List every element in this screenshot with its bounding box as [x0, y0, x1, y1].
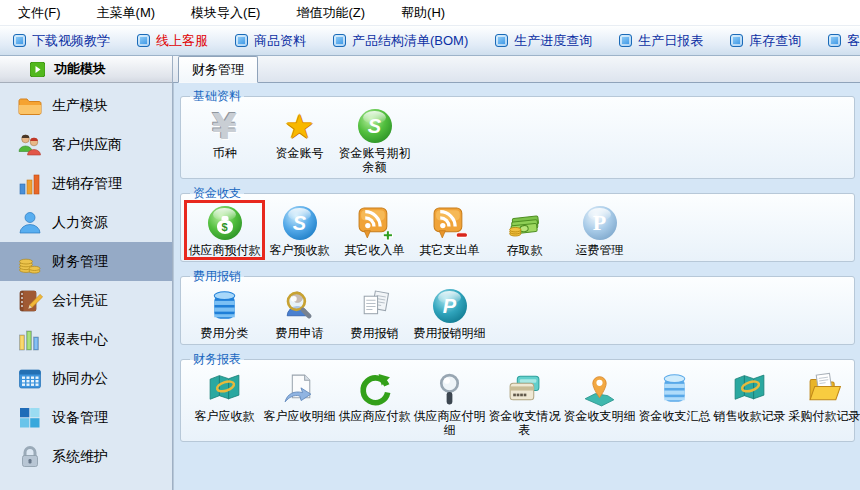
toolbar-customer-receivable[interactable]: 客户应收 [828, 32, 860, 50]
magnifier-icon [430, 370, 470, 408]
feed-plus-icon [355, 204, 395, 242]
launcher-supplier-payables-detail[interactable]: 供应商应付明细 [412, 369, 487, 437]
toolbar-bom[interactable]: 产品结构清单(BOM) [333, 32, 468, 50]
launcher-label: 其它收入单 [337, 243, 412, 257]
launcher-other-income-voucher[interactable]: 其它收入单 [337, 203, 412, 257]
launcher-funds-account-opening-balance[interactable]: 资金账号期初余额 [337, 106, 412, 174]
sidebar-item-customer-supplier[interactable]: 客户供应商 [0, 125, 172, 164]
sidebar-header-label: 功能模块 [54, 60, 106, 78]
toolbar-item-label: 线上客服 [156, 32, 208, 50]
sidebar-item-report-center[interactable]: 报表中心 [0, 320, 172, 359]
people-icon [17, 132, 43, 158]
launcher-funds-account[interactable]: 资金账号 [262, 106, 337, 174]
sidebar-item-equipment-management[interactable]: 设备管理 [0, 398, 172, 437]
menu-help[interactable]: 帮助(H) [401, 4, 445, 22]
content-area: 功能模块 生产模块 客户供应商 进销存管理 人力资源 财务管理 [0, 56, 860, 490]
database-light-icon [655, 370, 695, 408]
money-bag-ball-icon [205, 204, 245, 242]
search-person-icon [280, 287, 320, 325]
menu-file[interactable]: 文件(F) [18, 4, 61, 22]
toolbar-item-label: 库存查询 [749, 32, 801, 50]
group-funds-in-out: 资金收支 供应商预付款 客户预收款 其它收入单 [180, 185, 855, 262]
launcher-label: 客户预收款 [262, 243, 337, 257]
launcher-label: 客户应收款 [187, 409, 262, 423]
group-finance-reports: 财务报表 客户应收款 客户应收明细 [180, 351, 855, 442]
blue-s-ball-icon [280, 204, 320, 242]
launcher-label: 资金收支汇总 [637, 409, 712, 423]
toolbar: 下载视频教学 线上客服 商品资料 产品结构清单(BOM) 生产进度查询 生产日报… [0, 25, 860, 56]
sidebar-item-accounting-voucher[interactable]: 会计凭证 [0, 281, 172, 320]
launcher-expense-reimbursement[interactable]: 费用报销 [337, 286, 412, 340]
toolbar-item-label: 生产日报表 [638, 32, 703, 50]
launcher-deposit-withdrawal[interactable]: 存取款 [487, 203, 562, 257]
launcher-label: 供应商应付款 [337, 409, 412, 423]
sidebar-item-system-maintenance[interactable]: 系统维护 [0, 437, 172, 476]
launcher-label: 费用报销明细 [412, 326, 487, 340]
sidebar-items: 生产模块 客户供应商 进销存管理 人力资源 财务管理 会计凭证 [0, 83, 172, 476]
cards-icon [505, 370, 545, 408]
toolbar-production-daily-report[interactable]: 生产日报表 [619, 32, 703, 50]
launcher-expense-application[interactable]: 费用申请 [262, 286, 337, 340]
sidebar-item-label: 人力资源 [52, 214, 108, 232]
launcher-sales-receipt-record[interactable]: 销售收款记录 [712, 369, 787, 437]
launcher-label: 费用申请 [262, 326, 337, 340]
toolbar-item-label: 产品结构清单(BOM) [352, 32, 468, 50]
launcher-expense-category[interactable]: 费用分类 [187, 286, 262, 340]
sidebar-item-label: 会计凭证 [52, 292, 108, 310]
menu-module-import[interactable]: 模块导入(E) [191, 4, 260, 22]
launcher-supplier-prepayment[interactable]: 供应商预付款 [187, 203, 262, 257]
launcher-customer-receivables-detail[interactable]: 客户应收明细 [262, 369, 337, 437]
main-area: 财务管理 基础资料 币种 资金账号 资金账号期初余额 [173, 56, 860, 490]
report-bars-icon [17, 327, 43, 353]
toolbar-product-info[interactable]: 商品资料 [235, 32, 306, 50]
launcher-expense-reimbursement-detail[interactable]: 费用报销明细 [412, 286, 487, 340]
launcher-other-expense-voucher[interactable]: 其它支出单 [412, 203, 487, 257]
launcher-funds-detail[interactable]: 资金收支明细 [562, 369, 637, 437]
sidebar-item-inventory-management[interactable]: 进销存管理 [0, 164, 172, 203]
launcher-label: 客户应收明细 [262, 409, 337, 423]
menu-main-menu[interactable]: 主菜单(M) [97, 4, 156, 22]
calendar-icon [17, 366, 43, 392]
launcher-purchase-payment-record[interactable]: 采购付款记录 [787, 369, 860, 437]
sidebar-item-label: 财务管理 [52, 253, 108, 271]
launcher-funds-summary[interactable]: 资金收支汇总 [637, 369, 712, 437]
blue-p-ball-icon [580, 204, 620, 242]
launcher-customer-advance-receipt[interactable]: 客户预收款 [262, 203, 337, 257]
launcher-freight-management[interactable]: 运费管理 [562, 203, 637, 257]
folder-doc-icon [805, 370, 845, 408]
blue-check-square-icon [828, 34, 841, 47]
toolbar-download-video-tutorial[interactable]: 下载视频教学 [13, 32, 110, 50]
sidebar-item-label: 协同办公 [52, 370, 108, 388]
launcher-label: 资金收支情况表 [487, 409, 562, 437]
menu-value-added[interactable]: 增值功能(Z) [296, 4, 365, 22]
sidebar-item-finance-management[interactable]: 财务管理 [0, 242, 172, 281]
person-icon [17, 210, 43, 236]
sidebar-item-human-resources[interactable]: 人力资源 [0, 203, 172, 242]
tab-finance-management[interactable]: 财务管理 [178, 56, 258, 83]
launcher-supplier-payables[interactable]: 供应商应付款 [337, 369, 412, 437]
banknotes-icon [505, 204, 545, 242]
launcher-label: 资金账号 [262, 146, 337, 160]
toolbar-production-progress-query[interactable]: 生产进度查询 [495, 32, 592, 50]
sidebar-header-function-modules[interactable]: 功能模块 [0, 56, 172, 83]
sidebar-item-collaborative-office[interactable]: 协同办公 [0, 359, 172, 398]
launcher-label: 销售收款记录 [712, 409, 787, 423]
sidebar-item-production-module[interactable]: 生产模块 [0, 86, 172, 125]
blue-check-square-icon [333, 34, 346, 47]
tab-strip: 财务管理 [173, 56, 860, 83]
blue-check-square-icon [495, 34, 508, 47]
toolbar-inventory-query[interactable]: 库存查询 [730, 32, 801, 50]
database-icon [205, 287, 245, 325]
launcher-label: 供应商应付明细 [412, 409, 487, 437]
launcher-customer-receivables[interactable]: 客户应收款 [187, 369, 262, 437]
launcher-funds-statement[interactable]: 资金收支情况表 [487, 369, 562, 437]
toolbar-online-service[interactable]: 线上客服 [137, 32, 208, 50]
sidebar-item-label: 客户供应商 [52, 136, 122, 154]
group-basic-data: 基础资料 币种 资金账号 资金账号期初余额 [180, 88, 855, 179]
map-icon [205, 370, 245, 408]
teal-p-ball-icon [430, 287, 470, 325]
launcher-label: 资金收支明细 [562, 409, 637, 423]
group-expense-reimbursement: 费用报销 费用分类 费用申请 [180, 268, 855, 345]
launcher-currency-type[interactable]: 币种 [187, 106, 262, 174]
sidebar-item-label: 系统维护 [52, 448, 108, 466]
